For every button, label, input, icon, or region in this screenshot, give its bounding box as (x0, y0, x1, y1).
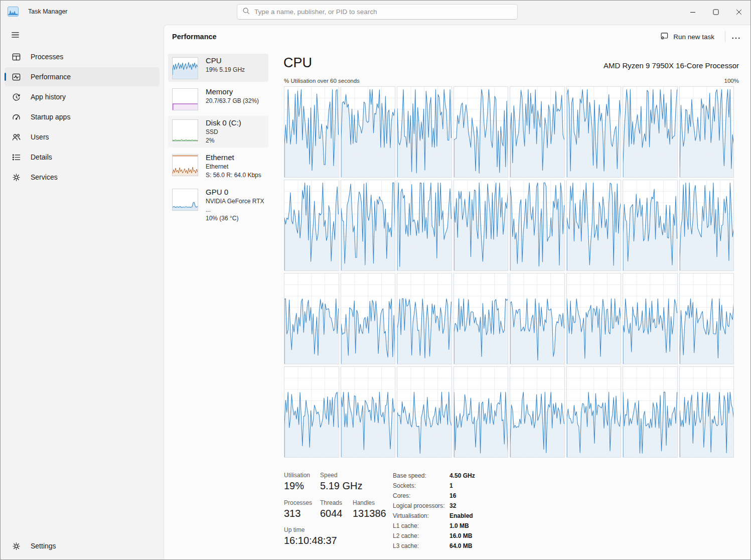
perf-item-detail: EthernetS: 56.0 R: 64.0 Kbps (206, 163, 261, 180)
maximize-button[interactable] (704, 1, 727, 23)
cpu-core-graph[interactable] (679, 366, 734, 458)
search-input[interactable] (254, 8, 512, 16)
perf-item-detail: SSD2% (206, 128, 241, 145)
sidebar-item-settings[interactable]: Settings (5, 536, 160, 555)
cpu-core-graph[interactable] (566, 273, 622, 364)
cpu-thumbnail-graph (172, 57, 198, 79)
cpu-core-graph[interactable] (341, 273, 396, 364)
perf-item-cpu[interactable]: CPU19% 5.19 GHz (168, 54, 268, 82)
sidebar-item-services[interactable]: Services (5, 168, 160, 187)
cpu-core-graph[interactable] (510, 86, 565, 178)
cpu-core-graph[interactable] (566, 86, 622, 178)
sidebar-item-users[interactable]: Users (5, 127, 160, 147)
run-new-task-button[interactable]: Run new task (655, 30, 719, 44)
cpu-core-graph[interactable] (284, 366, 339, 458)
cpu-stats-right: Base speed:4.50 GHzSockets:1Cores:16Logi… (393, 472, 475, 552)
perf-item-detail: 19% 5.19 GHz (206, 66, 245, 74)
startup-apps-icon (11, 112, 21, 122)
stat-utilisation: Utilisation19% (284, 472, 310, 492)
sidebar-item-startup-apps[interactable]: Startup apps (5, 107, 160, 126)
menu-icon (11, 30, 20, 42)
sidebar-bottom: Settings (1, 535, 164, 556)
search-box[interactable] (237, 4, 518, 20)
cpu-core-graph[interactable] (284, 180, 339, 271)
cpu-core-graph[interactable] (454, 180, 509, 271)
close-button[interactable] (727, 1, 750, 23)
window-controls (681, 1, 750, 23)
minimize-button[interactable] (681, 1, 704, 23)
selected-indicator (5, 73, 6, 81)
logical-processor-grid (284, 86, 734, 458)
spec-logical-processors: Logical processors:32 (393, 502, 475, 512)
app-icon (8, 7, 19, 17)
content-card: Performance Run new task CPU19% 5.19 GHz… (164, 25, 750, 559)
cpu-core-graph[interactable] (679, 273, 734, 364)
cpu-core-graph[interactable] (284, 273, 339, 364)
menu-button[interactable] (6, 27, 25, 44)
cpu-core-graph[interactable] (566, 180, 622, 271)
cpu-core-graph[interactable] (566, 366, 622, 458)
cpu-core-graph[interactable] (341, 86, 396, 178)
perf-item-ethernet[interactable]: EthernetEthernetS: 56.0 R: 64.0 Kbps (168, 151, 268, 182)
more-options-button[interactable] (727, 30, 744, 44)
cpu-core-graph[interactable] (510, 180, 565, 271)
disk-thumbnail-graph (172, 119, 198, 142)
cpu-core-graph[interactable] (397, 86, 452, 178)
spec-l3-cache: L3 cache:64.0 MB (393, 542, 475, 552)
sidebar-item-details[interactable]: Details (5, 148, 160, 167)
spec-sockets: Sockets:1 (393, 482, 475, 492)
perf-item-disk[interactable]: Disk 0 (C:)SSD2% (168, 116, 268, 148)
spec-l1-cache: L1 cache:1.0 MB (393, 522, 475, 532)
spec-base-speed: Base speed:4.50 GHz (393, 472, 475, 482)
stat-processes: Processes313 (284, 499, 312, 519)
window-title: Task Manager (28, 8, 68, 15)
perf-item-title: Disk 0 (C:) (206, 118, 241, 127)
details-icon (11, 152, 21, 162)
cpu-core-graph[interactable] (623, 366, 678, 458)
cpu-core-graph[interactable] (397, 180, 452, 271)
stat-handles: Handles131386 (353, 499, 386, 519)
settings-icon (11, 541, 21, 551)
processes-icon (11, 52, 21, 62)
perf-item-title: Ethernet (206, 153, 261, 162)
sidebar-item-processes[interactable]: Processes (5, 47, 160, 66)
sidebar-item-app-history[interactable]: App history (5, 87, 160, 106)
search-icon (242, 7, 250, 17)
cpu-core-graph[interactable] (341, 180, 396, 271)
spec-virtualisation: Virtualisation:Enabled (393, 512, 475, 522)
app-history-icon (11, 92, 21, 102)
perf-item-gpu[interactable]: GPU 0NVIDIA GeForce RTX ...10% (36 °C) (168, 185, 268, 225)
cpu-core-graph[interactable] (679, 180, 734, 271)
cpu-core-graph[interactable] (454, 86, 509, 178)
cpu-stats: Base speed:4.50 GHzSockets:1Cores:16Logi… (284, 472, 739, 552)
memory-thumbnail-graph (172, 88, 198, 110)
performance-icon (11, 72, 21, 82)
header-divider (725, 31, 725, 42)
cpu-core-graph[interactable] (397, 273, 452, 364)
page-title: Performance (172, 33, 217, 41)
cpu-core-graph[interactable] (284, 86, 339, 178)
cpu-detail-pane: CPU AMD Ryzen 9 7950X 16-Core Processor … (283, 55, 739, 552)
cpu-core-graph[interactable] (341, 366, 396, 458)
cpu-core-graph[interactable] (623, 86, 678, 178)
graph-caption: % Utilisation over 60 seconds (284, 78, 360, 84)
cpu-core-graph[interactable] (623, 273, 678, 364)
services-icon (11, 172, 21, 182)
new-task-icon (660, 32, 669, 41)
ethernet-thumbnail-graph (172, 154, 198, 176)
cpu-core-graph[interactable] (510, 273, 565, 364)
cpu-core-graph[interactable] (679, 86, 734, 178)
sidebar-item-performance[interactable]: Performance (5, 67, 160, 86)
graph-max-label: 100% (724, 78, 739, 84)
perf-item-memory[interactable]: Memory20.7/63.7 GB (32%) (168, 85, 268, 113)
spec-l2-cache: L2 cache:16.0 MB (393, 532, 475, 542)
perf-item-detail: NVIDIA GeForce RTX ...10% (36 °C) (206, 197, 264, 223)
cpu-core-graph[interactable] (454, 273, 509, 364)
cpu-core-graph[interactable] (397, 366, 452, 458)
cpu-core-graph[interactable] (454, 366, 509, 458)
processor-name: AMD Ryzen 9 7950X 16-Core Processor (604, 61, 739, 70)
stat-speed: Speed5.19 GHz (320, 472, 362, 492)
perf-item-title: GPU 0 (206, 188, 264, 196)
cpu-core-graph[interactable] (510, 366, 565, 458)
cpu-core-graph[interactable] (623, 180, 678, 271)
